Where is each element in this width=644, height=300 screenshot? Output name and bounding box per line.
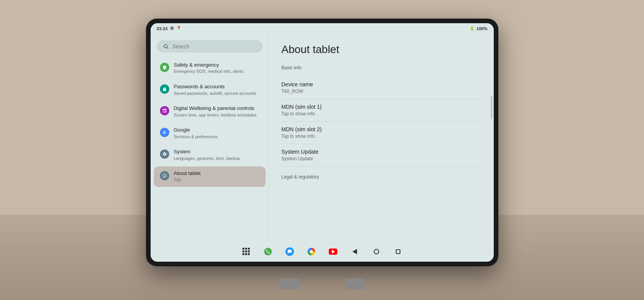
main-area: Safety & emergency Emergency SOS, medica…	[151, 34, 494, 242]
youtube-play-icon	[332, 250, 335, 254]
battery-level: 100%	[476, 26, 487, 31]
basic-info-label: Basic info	[282, 65, 481, 70]
back-icon	[352, 249, 357, 254]
youtube-button[interactable]	[326, 245, 340, 259]
recents-icon	[396, 249, 400, 254]
recents-button[interactable]	[391, 245, 405, 259]
svg-line-1	[167, 47, 168, 48]
svg-point-0	[164, 45, 167, 48]
passwords-text: Passwords & accounts Saved passwords, au…	[174, 84, 256, 96]
location-icon: 📍	[176, 26, 182, 31]
navigation-bar	[151, 242, 494, 262]
messages-icon	[285, 247, 294, 256]
passwords-icon	[160, 84, 169, 94]
content-panel: About tablet Basic info Device name T60_…	[269, 34, 494, 242]
sidebar-item-about[interactable]: About tablet T60	[154, 166, 266, 187]
mdn-sim2-value: Tap to show info	[282, 134, 481, 139]
phone-button[interactable]	[261, 245, 275, 259]
stand-foot-right	[345, 279, 365, 290]
digital-wellbeing-text: Digital Wellbeing & parental controls Sc…	[174, 105, 257, 118]
digital-wellbeing-icon	[160, 106, 169, 115]
sidebar: Safety & emergency Emergency SOS, medica…	[151, 34, 269, 242]
search-bar[interactable]	[157, 40, 263, 53]
time-display: 03:24	[157, 26, 168, 31]
device-name-item[interactable]: Device name T60_ROW	[282, 77, 481, 99]
search-input[interactable]	[172, 43, 256, 50]
system-update-value: System Update	[282, 156, 481, 161]
mdn-sim1-title: MDN (sim slot 1)	[282, 104, 481, 110]
back-button[interactable]	[348, 245, 362, 259]
youtube-icon	[329, 249, 337, 255]
tablet-screen: 03:24 ⚙ 📍 🔋 100%	[151, 23, 494, 262]
google-text: Google Services & preferences	[174, 127, 218, 139]
stand-foot-left	[280, 279, 299, 290]
home-button[interactable]	[369, 245, 383, 259]
system-update-title: System Update	[282, 149, 481, 155]
legal-regulatory-label: Legal & regulatory	[282, 174, 481, 180]
about-text: About tablet T60	[174, 170, 201, 183]
device-name-title: Device name	[282, 81, 481, 87]
apps-button[interactable]	[239, 245, 253, 259]
phone-icon	[264, 248, 272, 255]
system-icon	[160, 149, 169, 159]
mdn-sim1-item[interactable]: MDN (sim slot 1) Tap to show info	[282, 99, 481, 122]
mdn-sim2-item[interactable]: MDN (sim slot 2) Tap to show info	[282, 122, 481, 144]
tablet-stand	[280, 279, 365, 290]
mdn-sim2-title: MDN (sim slot 2)	[282, 126, 481, 132]
mdn-sim1-value: Tap to show info	[282, 111, 481, 117]
sidebar-item-passwords[interactable]: Passwords & accounts Saved passwords, au…	[154, 80, 266, 100]
sidebar-item-system[interactable]: System Languages, gestures, time, backup	[154, 145, 266, 165]
sidebar-item-safety[interactable]: Safety & emergency Emergency SOS, medica…	[154, 58, 266, 78]
sidebar-item-google[interactable]: G Google Services & preferences	[154, 123, 266, 143]
system-update-item[interactable]: System Update System Update	[282, 144, 481, 166]
apps-grid-icon	[242, 248, 250, 255]
about-icon	[160, 171, 169, 180]
google-icon: G	[160, 128, 169, 137]
gear-icon: ⚙	[170, 26, 174, 31]
system-text: System Languages, gestures, time, backup	[174, 149, 240, 161]
status-bar: 03:24 ⚙ 📍 🔋 100%	[151, 23, 494, 34]
scroll-indicator	[491, 96, 492, 119]
search-icon	[163, 43, 168, 50]
device-name-value: T60_ROW	[282, 89, 481, 94]
home-icon	[374, 249, 379, 254]
chrome-icon	[307, 248, 315, 255]
battery-icon: 🔋	[469, 26, 475, 31]
page-title: About tablet	[282, 43, 481, 56]
sidebar-item-digital-wellbeing[interactable]: Digital Wellbeing & parental controls Sc…	[154, 101, 266, 122]
tablet-device: 03:24 ⚙ 📍 🔋 100%	[146, 19, 498, 266]
chrome-button[interactable]	[304, 245, 318, 259]
safety-text: Safety & emergency Emergency SOS, medica…	[174, 62, 244, 74]
safety-icon	[160, 63, 169, 72]
messages-button[interactable]	[283, 245, 297, 259]
